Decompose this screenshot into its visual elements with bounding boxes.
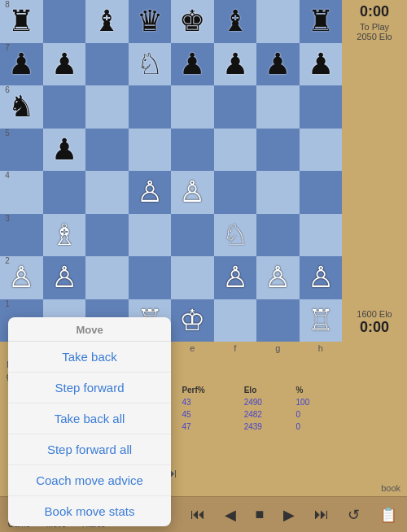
cell-r1-c1[interactable]: ♟: [43, 43, 86, 86]
nav-flip[interactable]: ↺: [346, 506, 361, 524]
book-cell-0-3: 2490: [241, 397, 291, 408]
menu-item-take-back[interactable]: Take back: [8, 342, 171, 373]
menu-item-coach-advice[interactable]: Coach move advice: [8, 465, 171, 496]
menu-item-step-forward-all[interactable]: Step forward all: [8, 434, 171, 465]
cell-r2-c4[interactable]: [171, 85, 214, 129]
cell-r0-c0[interactable]: ♜: [0, 0, 43, 43]
right-lower: 1600 Elo 0:00: [342, 309, 407, 336]
cell-r1-c3[interactable]: ♘: [129, 43, 172, 86]
cell-r5-c3[interactable]: [129, 214, 172, 257]
cell-r2-c0[interactable]: ♞: [0, 85, 43, 129]
cell-r5-c0[interactable]: [0, 214, 43, 257]
piece-r7-c7: ♖: [308, 306, 334, 335]
piece-r5-c1: ♗: [51, 220, 77, 250]
cell-r3-c5[interactable]: [214, 129, 257, 172]
cell-r0-c7[interactable]: ♜: [300, 0, 343, 43]
cell-r3-c1[interactable]: ♟: [43, 129, 86, 172]
cell-r6-c2[interactable]: [85, 256, 129, 299]
cell-r6-c0[interactable]: ♙: [0, 256, 43, 299]
cell-r3-c3[interactable]: [129, 129, 172, 172]
cell-r3-c4[interactable]: [171, 129, 214, 172]
piece-r0-c5: ♝: [222, 7, 248, 36]
nav-stop[interactable]: ■: [254, 506, 266, 523]
cell-r5-c6[interactable]: [256, 214, 300, 257]
piece-r3-c1: ♟: [51, 135, 77, 164]
book-label: book: [381, 483, 400, 493]
cell-r0-c5[interactable]: ♝: [214, 0, 257, 43]
cell-r5-c1[interactable]: ♗: [43, 214, 86, 257]
cell-r6-c4[interactable]: [171, 256, 214, 299]
cell-r0-c2[interactable]: ♝: [85, 0, 129, 43]
cell-r4-c4[interactable]: ♙: [171, 171, 214, 214]
cell-r3-c0[interactable]: [0, 129, 43, 172]
context-menu: Move Take backStep forwardTake back allS…: [8, 317, 171, 526]
cell-r4-c7[interactable]: [300, 171, 343, 214]
cell-r1-c6[interactable]: ♟: [256, 43, 300, 86]
cell-r4-c3[interactable]: ♙: [129, 171, 172, 214]
menu-item-book-stats[interactable]: Book move stats: [8, 496, 171, 526]
cell-r3-c2[interactable]: [85, 129, 129, 172]
menu-title: Move: [8, 317, 171, 342]
menu-item-take-back-all[interactable]: Take back all: [8, 403, 171, 434]
file-e: e: [171, 340, 214, 356]
piece-r6-c6: ♙: [265, 263, 291, 292]
right-panel: 0:00 To Play 2050 Elo: [342, 0, 407, 342]
timer-bottom: 0:00: [342, 319, 407, 336]
piece-r7-c4: ♔: [179, 306, 205, 335]
nav-prev[interactable]: ◀: [223, 506, 238, 524]
cell-r7-c4[interactable]: ♔: [171, 299, 214, 342]
cell-r4-c5[interactable]: [214, 171, 257, 214]
cell-r7-c5[interactable]: [214, 299, 257, 342]
piece-r0-c3: ♛: [137, 7, 163, 36]
cell-r0-c3[interactable]: ♛: [129, 0, 172, 43]
cell-r2-c7[interactable]: [300, 85, 343, 129]
cell-r2-c3[interactable]: [129, 85, 172, 129]
cell-r4-c1[interactable]: [43, 171, 86, 214]
cell-r5-c2[interactable]: [85, 214, 129, 257]
cell-r6-c1[interactable]: ♙: [43, 256, 86, 299]
book-col-%: %: [293, 385, 334, 395]
board-grid: ♜♝♛♚♝♜♟♟♘♟♟♟♟♞♟♙♙♗♘♙♙♙♙♙♖♔♖: [0, 0, 342, 342]
cell-r7-c7[interactable]: ♖: [300, 299, 343, 342]
chess-board[interactable]: ♜♝♛♚♝♜♟♟♘♟♟♟♟♞♟♙♙♗♘♙♙♙♙♙♖♔♖ 87654321: [0, 0, 342, 342]
cell-r5-c4[interactable]: [171, 214, 214, 257]
cell-r1-c5[interactable]: ♟: [214, 43, 257, 86]
nav-copy[interactable]: 📋: [378, 506, 399, 524]
piece-r1-c4: ♟: [179, 50, 205, 79]
cell-r6-c6[interactable]: ♙: [256, 256, 300, 299]
cell-r2-c1[interactable]: [43, 85, 86, 129]
cell-r0-c6[interactable]: [256, 0, 300, 43]
cell-r2-c2[interactable]: [85, 85, 129, 129]
piece-r6-c7: ♙: [308, 263, 334, 292]
cell-r2-c5[interactable]: [214, 85, 257, 129]
cell-r6-c7[interactable]: ♙: [300, 256, 343, 299]
piece-r6-c0: ♙: [8, 263, 34, 292]
cell-r1-c2[interactable]: [85, 43, 129, 86]
cell-r3-c6[interactable]: [256, 129, 300, 172]
nav-play[interactable]: ▶: [282, 506, 296, 524]
cell-r0-c1[interactable]: [43, 0, 86, 43]
file-g: g: [256, 340, 300, 356]
cell-r4-c6[interactable]: [256, 171, 300, 214]
cell-r6-c5[interactable]: ♙: [214, 256, 257, 299]
cell-r5-c5[interactable]: ♘: [214, 214, 257, 257]
elo-top: 2050 Elo: [357, 32, 392, 41]
cell-r6-c3[interactable]: [129, 256, 172, 299]
cell-r3-c7[interactable]: [300, 129, 343, 172]
nav-first[interactable]: ⏮: [189, 506, 207, 523]
cell-r1-c0[interactable]: ♟: [0, 43, 43, 86]
menu-item-step-forward[interactable]: Step forward: [8, 373, 171, 403]
book-cell-2-3: 2439: [241, 421, 291, 432]
book-cell-2-4: 0: [293, 421, 334, 432]
cell-r7-c6[interactable]: [256, 299, 300, 342]
cell-r5-c7[interactable]: [300, 214, 343, 257]
cell-r1-c7[interactable]: ♟: [300, 43, 343, 86]
cell-r2-c6[interactable]: [256, 85, 300, 129]
cell-r4-c0[interactable]: [0, 171, 43, 214]
nav-last[interactable]: ⏭: [313, 506, 330, 523]
piece-r1-c0: ♟: [8, 50, 34, 79]
piece-r6-c5: ♙: [222, 263, 248, 292]
cell-r4-c2[interactable]: [85, 171, 129, 214]
cell-r1-c4[interactable]: ♟: [171, 43, 214, 86]
cell-r0-c4[interactable]: ♚: [171, 0, 214, 43]
